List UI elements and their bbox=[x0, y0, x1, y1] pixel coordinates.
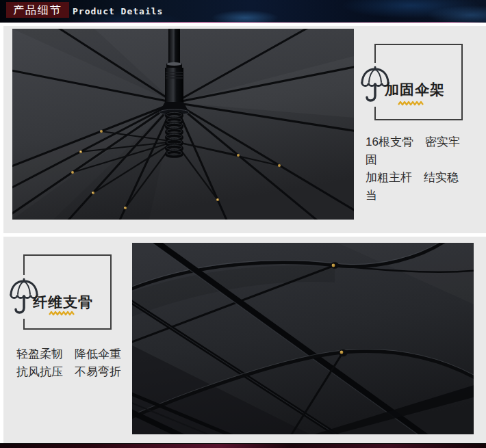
section-header-bar: 产品细节 Product Details bbox=[0, 0, 486, 23]
zigzag-accent-icon bbox=[49, 311, 75, 316]
product-details-page: 产品细节 Product Details bbox=[0, 0, 486, 448]
feature-card-fiber-ribs: 纤维支骨 轻盈柔韧 降低伞重 抗风抗压 不易弯折 bbox=[3, 237, 486, 443]
feature-line: 加粗主杆 结实稳当 bbox=[366, 169, 465, 205]
spring-coil bbox=[167, 112, 182, 156]
rib-joint bbox=[339, 350, 348, 356]
fiber-ribs-photo bbox=[132, 243, 474, 434]
feature-title: 加固伞架 bbox=[385, 82, 445, 96]
next-section-strip bbox=[0, 443, 486, 448]
feature-line: 16根支骨 密实牢固 bbox=[366, 133, 465, 169]
feature-title: 纤维支骨 bbox=[33, 295, 93, 309]
umbrella-frame-photo bbox=[12, 29, 354, 220]
header-title-en: Product Details bbox=[73, 6, 163, 16]
rib-joint bbox=[331, 262, 339, 269]
feature-card-reinforced-frame: 加固伞架 16根支骨 密实牢固 加粗主杆 结实稳当 bbox=[3, 26, 486, 233]
zigzag-accent-icon bbox=[398, 101, 424, 106]
header-title-zh: 产品细节 bbox=[6, 2, 69, 18]
feature-description: 16根支骨 密实牢固 加粗主杆 结实稳当 bbox=[366, 133, 465, 205]
